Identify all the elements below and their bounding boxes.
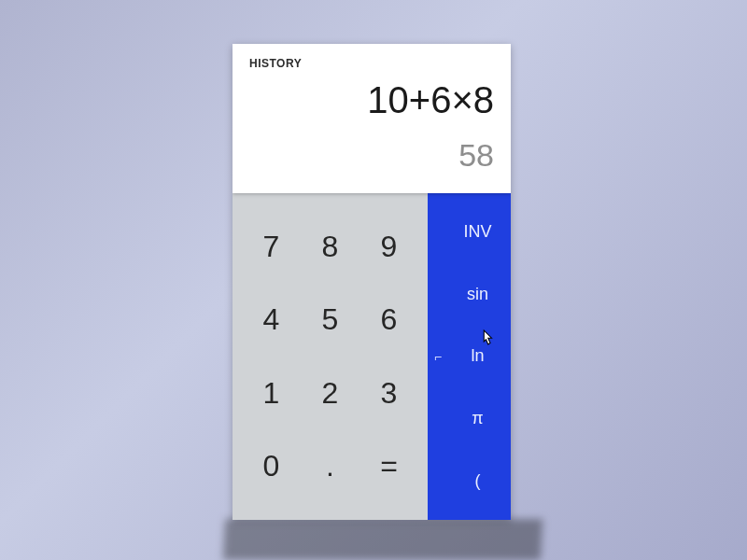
key-9[interactable]: 9 xyxy=(359,210,418,284)
key-8[interactable]: 8 xyxy=(301,210,359,284)
key-ln[interactable]: ln xyxy=(448,326,507,388)
scientific-panel: INV sin ⌐ ln π ( xyxy=(428,193,511,520)
history-button[interactable]: HISTORY xyxy=(249,57,494,70)
result-readout: 58 xyxy=(249,139,494,171)
sci-left-1[interactable] xyxy=(428,263,448,326)
key-left-paren[interactable]: ( xyxy=(448,450,507,512)
phone-shadow xyxy=(223,519,543,560)
key-sin[interactable]: sin xyxy=(448,263,507,326)
calculator-app: HISTORY 10+6×8 58 7 8 9 4 5 6 1 2 3 0 . … xyxy=(233,44,511,520)
key-0[interactable]: 0 xyxy=(242,430,301,504)
display-panel: HISTORY 10+6×8 58 xyxy=(233,44,511,193)
key-6[interactable]: 6 xyxy=(359,284,418,357)
sci-left-3[interactable] xyxy=(428,387,448,450)
panel-drag-handle[interactable]: ⌐ xyxy=(428,326,448,388)
key-5[interactable]: 5 xyxy=(301,284,359,357)
key-7[interactable]: 7 xyxy=(242,210,301,284)
sci-left-0[interactable] xyxy=(428,201,448,263)
number-pad: 7 8 9 4 5 6 1 2 3 0 . = xyxy=(233,193,428,520)
expression-readout[interactable]: 10+6×8 xyxy=(249,81,494,119)
key-4[interactable]: 4 xyxy=(242,284,301,357)
key-equals[interactable]: = xyxy=(359,430,418,504)
key-3[interactable]: 3 xyxy=(359,357,418,430)
key-2[interactable]: 2 xyxy=(301,357,359,430)
key-1[interactable]: 1 xyxy=(242,357,301,430)
keypad-area: 7 8 9 4 5 6 1 2 3 0 . = INV sin ⌐ ln π ( xyxy=(233,193,511,520)
key-decimal[interactable]: . xyxy=(301,430,359,504)
key-inv[interactable]: INV xyxy=(448,201,507,263)
key-pi[interactable]: π xyxy=(448,387,507,450)
sci-left-4[interactable] xyxy=(428,450,448,512)
